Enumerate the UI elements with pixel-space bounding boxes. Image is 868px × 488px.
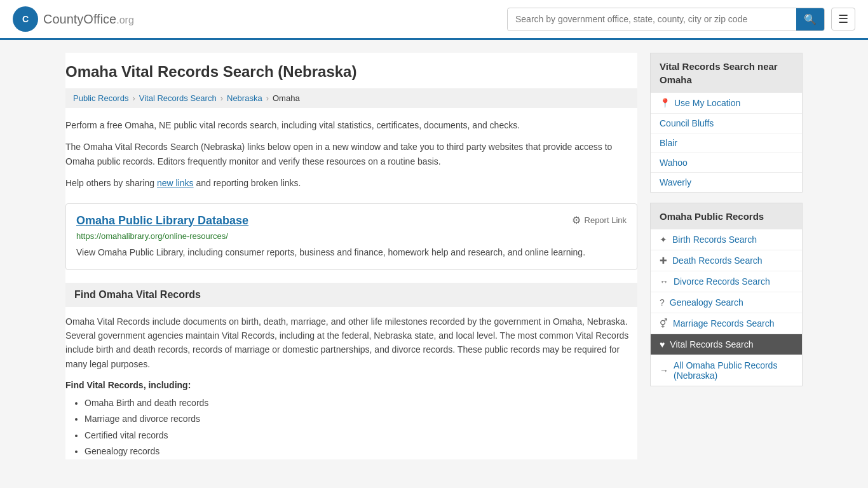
intro-paragraph-2: The Omaha Vital Records Search (Nebraska… xyxy=(65,140,637,168)
breadcrumb-public-records[interactable]: Public Records xyxy=(73,93,128,103)
sidebar-public-records-title: Omaha Public Records xyxy=(651,203,802,229)
sidebar-item-vital-records[interactable]: ♥ Vital Records Search xyxy=(651,334,802,355)
sidebar-nearby-title: Vital Records Search near Omaha xyxy=(651,53,802,93)
menu-button[interactable]: ☰ xyxy=(831,8,855,30)
report-icon: ⚙ xyxy=(572,214,581,226)
breadcrumb-nebraska[interactable]: Nebraska xyxy=(227,93,262,103)
sidebar-item-marriage-records[interactable]: ⚥ Marriage Records Search xyxy=(651,313,802,334)
logo-icon: C xyxy=(13,6,38,32)
logo-area: C CountyOffice.org xyxy=(13,6,134,32)
intro-paragraph-1: Perform a free Omaha, NE public vital re… xyxy=(65,118,637,132)
sidebar-item-waverly[interactable]: Waverly xyxy=(651,173,802,192)
search-bar: 🔍 xyxy=(507,8,825,31)
sidebar-item-wahoo[interactable]: Wahoo xyxy=(651,153,802,173)
search-button[interactable]: 🔍 xyxy=(796,8,824,30)
link-card-title[interactable]: Omaha Public Library Database xyxy=(76,214,248,227)
location-pin-icon: 📍 xyxy=(660,98,670,108)
sidebar-item-birth-records[interactable]: ✦ Birth Records Search xyxy=(651,229,802,250)
link-card: Omaha Public Library Database ⚙ Report L… xyxy=(65,203,637,270)
find-vital-label: Find Vital Records, including: xyxy=(65,380,637,390)
site-header: C CountyOffice.org 🔍 ☰ xyxy=(0,0,868,40)
sidebar-nearby-box: Vital Records Search near Omaha 📍 Use My… xyxy=(650,53,803,193)
sidebar: Vital Records Search near Omaha 📍 Use My… xyxy=(650,53,803,459)
vital-records-icon: ♥ xyxy=(660,339,665,349)
intro-paragraph-3: Help others by sharing new links and rep… xyxy=(65,176,637,190)
sidebar-item-divorce-records[interactable]: ↔ Divorce Records Search xyxy=(651,271,802,292)
header-right: 🔍 ☰ xyxy=(507,8,855,31)
page-title: Omaha Vital Records Search (Nebraska) xyxy=(65,53,637,88)
list-item: Omaha Birth and death records xyxy=(85,395,637,411)
marriage-records-icon: ⚥ xyxy=(660,318,668,329)
sidebar-public-records-box: Omaha Public Records ✦ Birth Records Sea… xyxy=(650,203,803,386)
sidebar-item-all-records[interactable]: → All Omaha Public Records (Nebraska) xyxy=(651,355,802,386)
vital-records-list: Omaha Birth and death records Marriage a… xyxy=(65,395,637,459)
birth-records-icon: ✦ xyxy=(660,234,667,245)
main-content: Omaha Vital Records Search (Nebraska) Pu… xyxy=(65,53,637,459)
breadcrumb: Public Records › Vital Records Search › … xyxy=(65,88,637,108)
list-item: Genealogy records xyxy=(85,444,637,459)
divorce-records-icon: ↔ xyxy=(660,276,668,287)
sidebar-item-blair[interactable]: Blair xyxy=(651,133,802,153)
death-records-icon: ✚ xyxy=(660,255,667,266)
genealogy-icon: ? xyxy=(660,297,665,308)
list-item: Certified vital records xyxy=(85,428,637,444)
new-links-link[interactable]: new links xyxy=(157,178,194,188)
svg-text:C: C xyxy=(22,14,29,24)
use-my-location[interactable]: 📍 Use My Location xyxy=(651,93,802,114)
link-card-url[interactable]: https://omahalibrary.org/online-resource… xyxy=(76,231,627,241)
find-section-text: Omaha Vital Records include documents on… xyxy=(65,315,637,372)
sidebar-item-genealogy[interactable]: ? Genealogy Search xyxy=(651,292,802,313)
sidebar-item-death-records[interactable]: ✚ Death Records Search xyxy=(651,250,802,271)
page-container: Omaha Vital Records Search (Nebraska) Pu… xyxy=(53,40,815,472)
breadcrumb-vital-records[interactable]: Vital Records Search xyxy=(139,93,217,103)
search-input[interactable] xyxy=(508,9,796,29)
list-item: Marriage and divorce records xyxy=(85,411,637,427)
report-link-button[interactable]: ⚙ Report Link xyxy=(572,214,627,226)
breadcrumb-current: Omaha xyxy=(273,93,300,103)
nearby-links: Council Bluffs Blair Wahoo Waverly xyxy=(651,114,802,192)
find-section-header: Find Omaha Vital Records xyxy=(65,283,637,307)
sidebar-item-council-bluffs[interactable]: Council Bluffs xyxy=(651,114,802,133)
link-card-description: View Omaha Public Library, including con… xyxy=(76,246,627,259)
logo-text: CountyOffice.org xyxy=(43,12,134,27)
all-records-icon: → xyxy=(660,365,668,376)
